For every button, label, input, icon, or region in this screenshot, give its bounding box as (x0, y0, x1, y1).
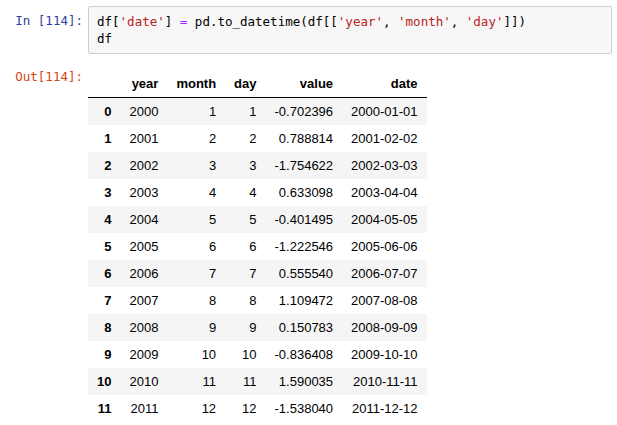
code-token-string: 'year' (338, 14, 383, 29)
cell-year: 2009 (120, 341, 167, 368)
cell-date: 2000-01-01 (342, 98, 427, 126)
dataframe-header: yearmonthdayvaluedate (88, 70, 427, 98)
table-row: 4200455-0.4014952004-05-05 (88, 206, 427, 233)
cell-day: 11 (225, 368, 265, 395)
row-index: 0 (88, 98, 120, 126)
cell-day: 12 (225, 395, 265, 422)
cell-year: 2000 (120, 98, 167, 126)
cell-month: 10 (167, 341, 225, 368)
cell-value: -1.754622 (266, 152, 343, 179)
column-header-day: day (225, 70, 265, 98)
cell-year: 2003 (120, 179, 167, 206)
table-row: 32003440.6330982003-04-04 (88, 179, 427, 206)
table-row: 5200566-1.2225462005-06-06 (88, 233, 427, 260)
code-line: df (97, 30, 603, 47)
cell-date: 2002-03-03 (342, 152, 427, 179)
code-token-plain: , (451, 14, 466, 29)
code-token-string: 'day' (466, 14, 504, 29)
cell-day: 5 (225, 206, 265, 233)
cell-day: 6 (225, 233, 265, 260)
cell-year: 2007 (120, 287, 167, 314)
cell-date: 2010-11-11 (342, 368, 427, 395)
cell-year: 2001 (120, 125, 167, 152)
cell-month: 3 (167, 152, 225, 179)
cell-year: 2010 (120, 368, 167, 395)
dataframe-body: 0200011-0.7023962000-01-0112001220.78881… (88, 98, 427, 423)
cell-month: 5 (167, 206, 225, 233)
row-index: 7 (88, 287, 120, 314)
cell-value: 0.788814 (266, 125, 343, 152)
table-row: 920091010-0.8364082009-10-10 (88, 341, 427, 368)
cell-value: -0.702396 (266, 98, 343, 126)
code-token-string: 'date' (120, 14, 165, 29)
cell-date: 2003-04-04 (342, 179, 427, 206)
cell-month: 9 (167, 314, 225, 341)
column-header-date: date (342, 70, 427, 98)
table-row: 10201011111.5900352010-11-11 (88, 368, 427, 395)
column-header-month: month (167, 70, 225, 98)
cell-day: 1 (225, 98, 265, 126)
code-editor[interactable]: df['date'] = pd.to_datetime(df[['year', … (88, 6, 612, 54)
table-row: 1120111212-1.5380402011-12-12 (88, 395, 427, 422)
column-header-value: value (266, 70, 343, 98)
table-row: 12001220.7888142001-02-02 (88, 125, 427, 152)
code-token-plain: pd.to_datetime(df[[ (187, 14, 338, 29)
cell-day: 8 (225, 287, 265, 314)
code-lines: df['date'] = pd.to_datetime(df[['year', … (97, 13, 603, 47)
cell-month: 11 (167, 368, 225, 395)
table-row: 62006770.5555402006-07-07 (88, 260, 427, 287)
row-index: 11 (88, 395, 120, 422)
cell-value: -1.538040 (266, 395, 343, 422)
output-cell: Out[114]: yearmonthdayvaluedate 0200011-… (0, 62, 617, 422)
cell-date: 2006-07-07 (342, 260, 427, 287)
column-header-year: year (120, 70, 167, 98)
row-index: 10 (88, 368, 120, 395)
cell-value: 1.109472 (266, 287, 343, 314)
cell-year: 2002 (120, 152, 167, 179)
code-token-plain: df (97, 31, 112, 46)
cell-month: 7 (167, 260, 225, 287)
row-index: 5 (88, 233, 120, 260)
row-index: 6 (88, 260, 120, 287)
row-index: 4 (88, 206, 120, 233)
index-column-header (88, 70, 120, 98)
cell-year: 2011 (120, 395, 167, 422)
cell-date: 2005-06-06 (342, 233, 427, 260)
code-token-plain: ] (165, 14, 180, 29)
row-index: 3 (88, 179, 120, 206)
cell-date: 2011-12-12 (342, 395, 427, 422)
cell-month: 12 (167, 395, 225, 422)
cell-value: 0.555540 (266, 260, 343, 287)
row-index: 2 (88, 152, 120, 179)
cell-value: -0.836408 (266, 341, 343, 368)
cell-date: 2009-10-10 (342, 341, 427, 368)
cell-year: 2006 (120, 260, 167, 287)
cell-month: 4 (167, 179, 225, 206)
cell-month: 2 (167, 125, 225, 152)
dataframe-table: yearmonthdayvaluedate 0200011-0.70239620… (88, 70, 427, 422)
cell-year: 2004 (120, 206, 167, 233)
output-area: yearmonthdayvaluedate 0200011-0.70239620… (88, 62, 617, 422)
cell-month: 6 (167, 233, 225, 260)
code-line: df['date'] = pd.to_datetime(df[['year', … (97, 13, 603, 30)
cell-value: -1.222546 (266, 233, 343, 260)
code-token-plain: ]]) (503, 14, 526, 29)
row-index: 9 (88, 341, 120, 368)
table-row: 0200011-0.7023962000-01-01 (88, 98, 427, 126)
table-row: 72007881.1094722007-08-08 (88, 287, 427, 314)
code-token-string: 'month' (398, 14, 451, 29)
cell-value: 1.590035 (266, 368, 343, 395)
table-row: 2200233-1.7546222002-03-03 (88, 152, 427, 179)
output-prompt: Out[114]: (0, 62, 88, 85)
notebook: In [114]: df['date'] = pd.to_datetime(df… (0, 0, 617, 422)
cell-month: 1 (167, 98, 225, 126)
cell-day: 9 (225, 314, 265, 341)
cell-date: 2001-02-02 (342, 125, 427, 152)
cell-day: 10 (225, 341, 265, 368)
cell-day: 2 (225, 125, 265, 152)
table-row: 82008990.1507832008-09-09 (88, 314, 427, 341)
cell-day: 7 (225, 260, 265, 287)
cell-value: -0.401495 (266, 206, 343, 233)
cell-date: 2007-08-08 (342, 287, 427, 314)
cell-value: 0.633098 (266, 179, 343, 206)
